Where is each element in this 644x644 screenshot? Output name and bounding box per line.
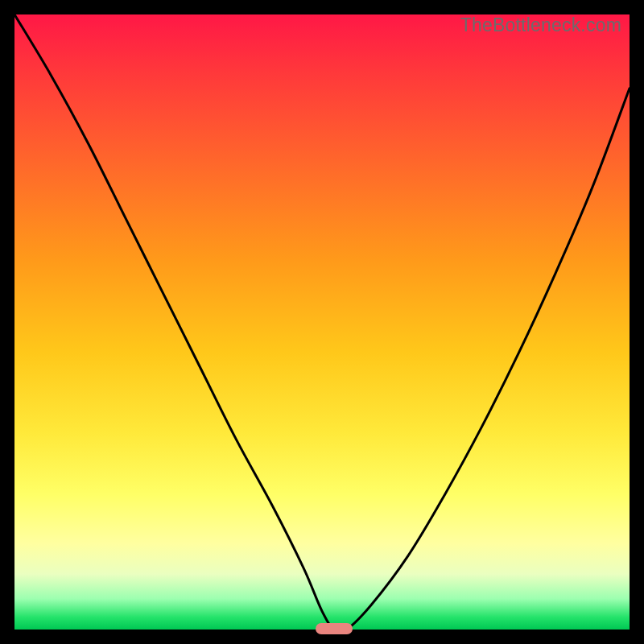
chart-frame: TheBottleneck.com bbox=[0, 0, 644, 644]
bottleneck-curve bbox=[14, 14, 630, 630]
curve-path bbox=[14, 14, 630, 630]
plot-area: TheBottleneck.com bbox=[14, 14, 630, 630]
optimal-range-marker bbox=[316, 623, 353, 634]
